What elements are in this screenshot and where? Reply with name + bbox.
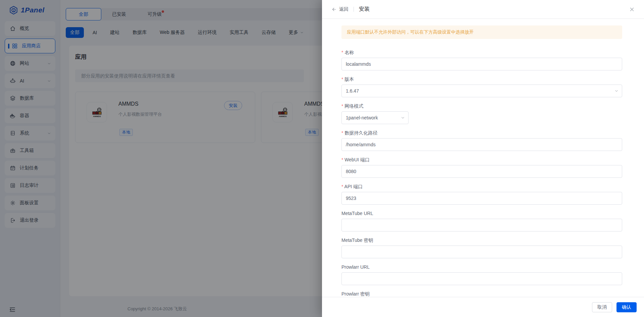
install-drawer: 返回 安装 应用端口默认不允许外部访问，可以在下方高级设置中选择放开 名称 版本 xyxy=(322,0,644,317)
field-label: 数据持久化路径 xyxy=(341,129,622,136)
screen: 1Panel 概览 应用商店 网站 AI xyxy=(0,0,644,317)
network-mode-select[interactable] xyxy=(341,111,409,124)
install-form: 应用端口默认不允许外部访问，可以在下方高级设置中选择放开 名称 版本 网络模式 xyxy=(322,19,644,297)
field-network-mode: 网络模式 xyxy=(341,103,622,124)
port-warning-alert: 应用端口默认不允许外部访问，可以在下方高级设置中选择放开 xyxy=(341,25,622,39)
field-version: 版本 xyxy=(341,76,622,97)
back-label: 返回 xyxy=(339,6,348,12)
prowlarr-url-input[interactable] xyxy=(341,272,622,285)
metatube-url-input[interactable] xyxy=(341,219,622,231)
field-label: Prowlarr 密钥 xyxy=(341,290,622,297)
field-label: 版本 xyxy=(341,76,622,83)
field-api-port: API 端口 xyxy=(341,183,622,205)
field-label: MetaTube URL xyxy=(341,210,622,217)
metatube-secret-input[interactable] xyxy=(341,246,622,258)
header-divider xyxy=(354,7,354,12)
drawer-footer: 取消 确认 xyxy=(322,297,644,317)
field-data-path: 数据持久化路径 xyxy=(341,129,622,151)
name-input[interactable] xyxy=(341,58,622,70)
cancel-button[interactable]: 取消 xyxy=(592,302,612,312)
field-prowlarr-secret: Prowlarr 密钥 xyxy=(341,290,622,297)
field-prowlarr-url: Prowlarr URL xyxy=(341,264,622,285)
back-button[interactable]: 返回 xyxy=(331,6,348,12)
field-name: 名称 xyxy=(341,49,622,70)
field-label: Prowlarr URL xyxy=(341,264,622,270)
field-metatube-url: MetaTube URL xyxy=(341,210,622,231)
data-path-input[interactable] xyxy=(341,138,622,151)
field-label: 名称 xyxy=(341,49,622,56)
drawer-header: 返回 安装 xyxy=(322,0,644,19)
close-icon xyxy=(629,6,635,12)
field-label: API 端口 xyxy=(341,183,622,190)
version-select[interactable] xyxy=(341,85,622,97)
api-port-input[interactable] xyxy=(341,192,622,205)
webui-port-input[interactable] xyxy=(341,165,622,178)
field-metatube-secret: MetaTube 密钥 xyxy=(341,237,622,258)
field-label: WebUI 端口 xyxy=(341,156,622,163)
close-button[interactable] xyxy=(629,6,635,12)
field-label: MetaTube 密钥 xyxy=(341,237,622,244)
drawer-title: 安装 xyxy=(359,6,370,13)
field-label: 网络模式 xyxy=(341,103,622,109)
back-arrow-icon xyxy=(331,7,337,12)
field-webui-port: WebUI 端口 xyxy=(341,156,622,178)
confirm-button[interactable]: 确认 xyxy=(616,302,637,312)
